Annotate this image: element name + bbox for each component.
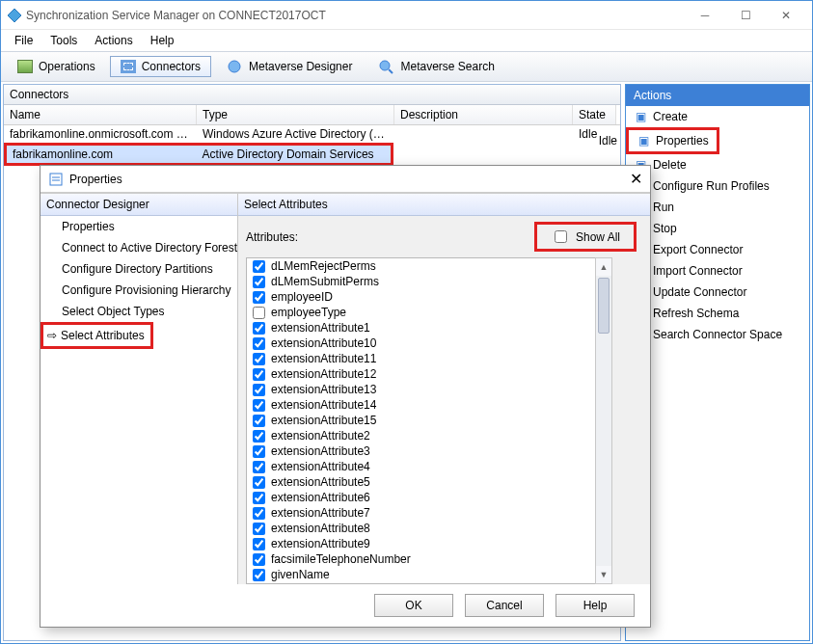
attribute-checkbox[interactable] bbox=[253, 461, 265, 473]
show-all-checkbox[interactable]: Show All bbox=[534, 222, 637, 252]
attribute-checkbox[interactable] bbox=[253, 276, 265, 288]
attribute-label: extensionAttribute15 bbox=[271, 414, 376, 427]
tab-metaverse-designer[interactable]: Metaverse Designer bbox=[215, 55, 363, 78]
nav-item-select-attributes[interactable]: ⇨Select Attributes bbox=[41, 322, 153, 349]
nav-item-configure-provisioning-hierarchy[interactable]: Configure Provisioning Hierarchy bbox=[41, 280, 237, 301]
action-create[interactable]: ▣Create bbox=[626, 106, 809, 127]
dialog-close-button[interactable]: ✕ bbox=[630, 170, 642, 188]
attribute-row[interactable]: extensionAttribute5 bbox=[247, 474, 595, 490]
action-refresh-schema[interactable]: ▣Refresh Schema bbox=[626, 303, 809, 324]
action-export-connector[interactable]: ▣Export Connector bbox=[626, 239, 809, 260]
attribute-row[interactable]: givenName bbox=[247, 567, 595, 582]
attribute-checkbox[interactable] bbox=[253, 415, 265, 427]
attribute-checkbox[interactable] bbox=[253, 492, 265, 504]
action-label: Update Connector bbox=[653, 285, 746, 299]
table-row[interactable]: fabrikamonline.com Active Directory Doma… bbox=[4, 143, 393, 166]
cell-type: Windows Azure Active Directory (Micr... bbox=[197, 125, 394, 143]
attribute-checkbox[interactable] bbox=[253, 569, 265, 581]
menu-file[interactable]: File bbox=[7, 32, 41, 49]
attribute-row[interactable]: dLMemRejectPerms bbox=[247, 258, 595, 274]
col-name[interactable]: Name bbox=[4, 105, 197, 124]
table-row-highlight: fabrikamonline.com Active Directory Doma… bbox=[4, 143, 620, 166]
attribute-checkbox[interactable] bbox=[253, 384, 265, 396]
attribute-row[interactable]: employeeType bbox=[247, 305, 595, 320]
attribute-row[interactable]: facsimileTelephoneNumber bbox=[247, 551, 595, 567]
grid-header: Name Type Description State bbox=[4, 105, 620, 125]
attribute-checkbox[interactable] bbox=[253, 445, 265, 458]
attribute-checkbox[interactable] bbox=[253, 291, 265, 304]
help-button[interactable]: Help bbox=[556, 594, 635, 617]
action-run[interactable]: ▣Run bbox=[626, 197, 809, 218]
attribute-row[interactable]: extensionAttribute11 bbox=[247, 351, 595, 366]
minimize-button[interactable]: ─ bbox=[685, 4, 725, 27]
tab-operations[interactable]: Operations bbox=[7, 56, 106, 77]
cell-name: fabrikamonline.onmicrosoft.com - AAD bbox=[4, 125, 197, 143]
attribute-row[interactable]: extensionAttribute13 bbox=[247, 382, 595, 397]
attribute-checkbox[interactable] bbox=[253, 337, 265, 350]
attribute-checkbox[interactable] bbox=[253, 368, 265, 381]
label: Metaverse Designer bbox=[249, 60, 352, 73]
close-button[interactable]: ✕ bbox=[766, 4, 806, 27]
attribute-row[interactable]: dLMemSubmitPerms bbox=[247, 274, 595, 289]
attribute-row[interactable]: extensionAttribute3 bbox=[247, 443, 595, 459]
action-stop[interactable]: ▣Stop bbox=[626, 218, 809, 239]
label: Connectors bbox=[142, 60, 201, 73]
attribute-checkbox[interactable] bbox=[253, 538, 265, 550]
action-configure-run-profiles[interactable]: ▣Configure Run Profiles bbox=[626, 175, 809, 197]
attribute-row[interactable]: extensionAttribute2 bbox=[247, 428, 595, 443]
scroll-up-button[interactable]: ▲ bbox=[596, 258, 611, 276]
nav-item-connect-to-active-directory-forest[interactable]: Connect to Active Directory Forest bbox=[41, 237, 237, 258]
ok-button[interactable]: OK bbox=[374, 594, 453, 617]
table-row[interactable]: fabrikamonline.onmicrosoft.com - AAD Win… bbox=[4, 125, 620, 143]
attribute-row[interactable]: extensionAttribute8 bbox=[247, 521, 595, 536]
scroll-thumb[interactable] bbox=[598, 278, 610, 334]
label: Metaverse Search bbox=[400, 60, 494, 73]
attribute-checkbox[interactable] bbox=[253, 430, 265, 443]
attribute-checkbox[interactable] bbox=[253, 322, 265, 335]
action-properties[interactable]: ▣Properties bbox=[626, 127, 719, 154]
action-search-connector-space[interactable]: ▣Search Connector Space bbox=[626, 324, 809, 345]
cancel-button[interactable]: Cancel bbox=[465, 594, 544, 617]
attribute-checkbox[interactable] bbox=[253, 260, 265, 273]
attribute-checkbox[interactable] bbox=[253, 307, 265, 319]
attribute-checkbox[interactable] bbox=[253, 476, 265, 489]
col-type[interactable]: Type bbox=[197, 105, 394, 124]
attribute-checkbox[interactable] bbox=[253, 553, 265, 566]
attribute-row[interactable]: extensionAttribute14 bbox=[247, 397, 595, 413]
menu-help[interactable]: Help bbox=[143, 32, 182, 49]
attribute-row[interactable]: extensionAttribute15 bbox=[247, 413, 595, 428]
maximize-button[interactable]: ☐ bbox=[725, 4, 766, 27]
attribute-checkbox[interactable] bbox=[253, 399, 265, 412]
action-update-connector[interactable]: ▣Update Connector bbox=[626, 282, 809, 303]
attribute-row[interactable]: extensionAttribute6 bbox=[247, 490, 595, 505]
tab-connectors[interactable]: Connectors bbox=[110, 56, 211, 77]
attribute-label: extensionAttribute1 bbox=[271, 321, 370, 335]
menu-tools[interactable]: Tools bbox=[42, 32, 85, 49]
col-state[interactable]: State bbox=[573, 105, 616, 124]
attribute-row[interactable]: employeeID bbox=[247, 289, 595, 305]
attribute-row[interactable]: extensionAttribute10 bbox=[247, 335, 595, 351]
col-description[interactable]: Description bbox=[394, 105, 573, 124]
action-delete[interactable]: ▣Delete bbox=[626, 154, 809, 175]
attribute-row[interactable]: extensionAttribute12 bbox=[247, 366, 595, 382]
attribute-row[interactable]: extensionAttribute9 bbox=[247, 536, 595, 551]
tab-metaverse-search[interactable]: Metaverse Search bbox=[366, 55, 504, 78]
attribute-checkbox[interactable] bbox=[253, 353, 265, 365]
show-all-input[interactable] bbox=[555, 230, 567, 243]
scroll-down-button[interactable]: ▼ bbox=[596, 566, 611, 583]
connector-designer-nav: Connector Designer PropertiesConnect to … bbox=[41, 194, 238, 584]
attribute-checkbox[interactable] bbox=[253, 507, 265, 520]
attribute-row[interactable]: extensionAttribute1 bbox=[247, 320, 595, 335]
attribute-checkbox[interactable] bbox=[253, 523, 265, 535]
nav-item-select-object-types[interactable]: Select Object Types bbox=[41, 301, 237, 322]
panel-title: Connectors bbox=[4, 85, 620, 105]
nav-item-configure-directory-partitions[interactable]: Configure Directory Partitions bbox=[41, 258, 237, 280]
action-label: Export Connector bbox=[653, 243, 743, 256]
menu-actions[interactable]: Actions bbox=[87, 32, 140, 49]
nav-item-properties[interactable]: Properties bbox=[41, 216, 237, 237]
attributes-listbox[interactable]: dLMemRejectPermsdLMemSubmitPermsemployee… bbox=[246, 257, 595, 584]
action-import-connector[interactable]: ▣Import Connector bbox=[626, 260, 809, 282]
attribute-row[interactable]: extensionAttribute7 bbox=[247, 505, 595, 521]
scrollbar[interactable]: ▲ ▼ bbox=[595, 257, 612, 584]
attribute-row[interactable]: extensionAttribute4 bbox=[247, 459, 595, 474]
